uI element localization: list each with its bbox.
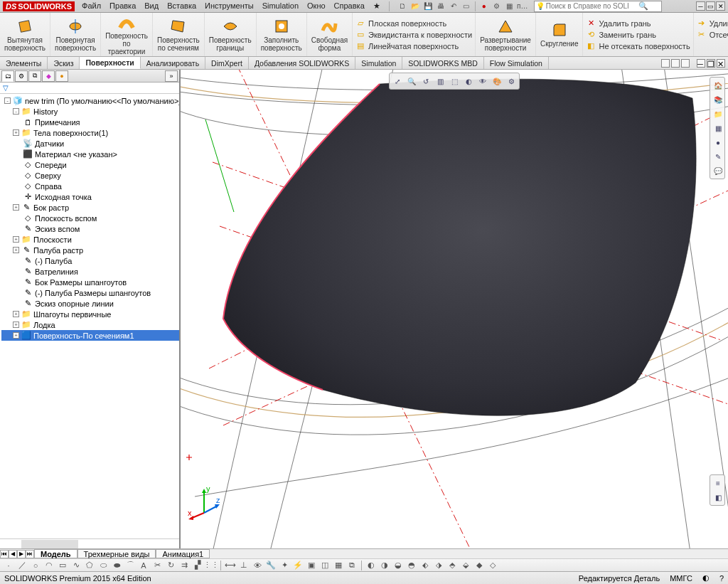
status-icon1[interactable]: ◐ bbox=[702, 573, 710, 583]
task-lower-icon[interactable]: ≡ bbox=[712, 477, 724, 489]
ribbon-fill-surface[interactable]: Заполнить поверхность bbox=[257, 13, 307, 56]
point-tool-icon[interactable]: · bbox=[3, 560, 14, 571]
line-tool-icon[interactable]: ／ bbox=[16, 560, 28, 571]
sk-more2-icon[interactable]: ◑ bbox=[379, 560, 390, 571]
prev-view-icon[interactable]: ↺ bbox=[419, 75, 432, 87]
tab-scroll-prev[interactable]: ◀ bbox=[9, 550, 17, 558]
fillet-tool-icon[interactable]: ⌒ bbox=[124, 560, 136, 571]
sk-more6-icon[interactable]: ⬗ bbox=[433, 560, 444, 571]
tree-item[interactable]: +🟦Поверхность-По сечениям1 bbox=[1, 330, 179, 341]
expand-toggle[interactable]: - bbox=[13, 108, 19, 115]
sk-more1-icon[interactable]: ◐ bbox=[365, 560, 377, 571]
ribbon-revolved-surface[interactable]: Повернутая поверхность bbox=[50, 13, 101, 56]
view-palette-icon[interactable]: ▦ bbox=[712, 122, 724, 134]
tree-item[interactable]: ✎Бок Размеры шпангоутов bbox=[1, 277, 179, 287]
section-view-icon[interactable]: ▥ bbox=[434, 75, 446, 87]
menu-tools[interactable]: Инструменты bbox=[200, 0, 258, 12]
spline-tool-icon[interactable]: ∿ bbox=[70, 560, 82, 571]
tab-scroll-next[interactable]: ▶ bbox=[17, 550, 26, 558]
ribbon-extend-surface[interactable]: ➔Удлинить поверхность bbox=[697, 18, 728, 28]
rect-tool-icon[interactable]: ▭ bbox=[57, 560, 68, 571]
display-tab[interactable]: ● bbox=[55, 70, 68, 82]
tree-item[interactable]: ◇Сверху bbox=[1, 170, 179, 181]
sk-more10-icon[interactable]: ◇ bbox=[487, 560, 498, 571]
close-button[interactable]: ✕ bbox=[716, 1, 725, 11]
resources-icon[interactable]: 🏠 bbox=[712, 79, 724, 92]
select-icon[interactable]: ▭ bbox=[461, 1, 472, 12]
sk-more4-icon[interactable]: ◓ bbox=[406, 560, 417, 571]
ribbon-swept-surface[interactable]: Поверхность по траектории bbox=[101, 13, 153, 56]
dim-tool-icon[interactable]: ⟷ bbox=[225, 560, 236, 571]
sk-more3-icon[interactable]: ◒ bbox=[392, 560, 404, 571]
tree-item[interactable]: -📁History bbox=[1, 106, 179, 117]
expand-toggle[interactable]: + bbox=[13, 311, 19, 317]
help-search[interactable]: 💡 🔍 bbox=[534, 1, 662, 12]
tree-item[interactable]: ✎Эскиз опорные линии bbox=[1, 298, 179, 309]
ellipse-tool-icon[interactable]: ⬭ bbox=[97, 560, 109, 571]
view-orient-icon[interactable]: ⬚ bbox=[448, 75, 461, 87]
repair-tool-icon[interactable]: 🔧 bbox=[265, 560, 277, 571]
feature-tree[interactable]: - 🧊 new trim (По умолчанию<<По умолчанию… bbox=[0, 94, 179, 538]
slot-tool-icon[interactable]: ⬬ bbox=[111, 560, 122, 571]
tree-item[interactable]: ◇Справа bbox=[1, 181, 179, 191]
tree-item[interactable]: ✎(-) Палуба Размеры шпангоутов bbox=[1, 287, 179, 298]
offset-tool-icon[interactable]: ⇉ bbox=[178, 560, 190, 571]
mirror-tool-icon[interactable]: ▞ bbox=[192, 560, 203, 571]
design-lib-icon[interactable]: 📚 bbox=[712, 93, 724, 106]
rebuild-icon[interactable]: ● bbox=[478, 1, 490, 12]
doc-min-icon[interactable] bbox=[661, 59, 670, 68]
status-icon2[interactable]: ? bbox=[719, 574, 724, 583]
tab-scroll-first[interactable]: ⏮ bbox=[0, 550, 9, 558]
child-restore-icon[interactable]: ❐ bbox=[707, 59, 715, 68]
child-min-icon[interactable]: ─ bbox=[697, 59, 705, 68]
tree-root[interactable]: - 🧊 new trim (По умолчанию<<По умолчанию… bbox=[1, 95, 179, 106]
file-explorer-icon[interactable]: 📁 bbox=[712, 107, 724, 120]
property-tab[interactable]: ⚙ bbox=[15, 70, 28, 82]
save-icon[interactable]: 💾 bbox=[422, 1, 434, 12]
orientation-triad[interactable]: y x z bbox=[186, 484, 222, 520]
ribbon-freeform[interactable]: Свободная форма bbox=[307, 13, 353, 56]
sk-extra3-icon[interactable]: ▦ bbox=[333, 560, 344, 571]
doc-max-icon[interactable] bbox=[671, 59, 680, 68]
menu-pin[interactable]: ★ bbox=[369, 0, 385, 12]
sk-extra1-icon[interactable]: ▣ bbox=[306, 560, 317, 571]
menu-help[interactable]: Справка bbox=[330, 0, 369, 12]
config-tab[interactable]: ⧉ bbox=[28, 70, 41, 82]
tree-item[interactable]: 📡Датчики bbox=[1, 138, 179, 149]
tree-item[interactable]: ◇Спереди bbox=[1, 159, 179, 170]
expand-toggle[interactable]: + bbox=[13, 332, 19, 339]
view-settings-icon[interactable]: ⚙ bbox=[505, 75, 518, 87]
menu-simulation[interactable]: Simulation bbox=[258, 0, 303, 12]
graphics-viewport[interactable]: ⤢ 🔍 ↺ ▥ ⬚ ◐ 👁 🎨 ⚙ 🏠 📚 📁 ▦ ● ✎ 💬 ≡ ◧ bbox=[181, 70, 728, 548]
minimize-button[interactable]: ─ bbox=[696, 1, 705, 11]
tab-simulation[interactable]: Simulation bbox=[355, 57, 402, 69]
tab-evaluate[interactable]: Анализировать bbox=[141, 57, 205, 69]
appearance-scene-icon[interactable]: 🎨 bbox=[491, 75, 503, 87]
search-icon[interactable]: 🔍 bbox=[638, 1, 648, 11]
doc-close-icon[interactable] bbox=[681, 59, 690, 68]
rapid-sketch-icon[interactable]: ⚡ bbox=[292, 560, 304, 571]
zoom-fit-icon[interactable]: ⤢ bbox=[391, 75, 404, 87]
status-units[interactable]: ММГС bbox=[670, 574, 692, 583]
sk-extra2-icon[interactable]: ◫ bbox=[319, 560, 331, 571]
tree-item[interactable]: +✎Палуба растр bbox=[1, 245, 179, 255]
tab-3d-views[interactable]: Трехмерные виды bbox=[77, 549, 156, 558]
tree-item[interactable]: +📁Тела поверхности(1) bbox=[1, 127, 179, 138]
polygon-tool-icon[interactable]: ⬠ bbox=[84, 560, 95, 571]
ribbon-delete-face[interactable]: ✕Удалить грань bbox=[586, 18, 690, 28]
tree-item[interactable]: ✎Ватрелиния bbox=[1, 266, 179, 277]
tree-item[interactable]: +📁Лодка bbox=[1, 319, 179, 330]
print-icon[interactable]: 🖶 bbox=[435, 1, 446, 12]
ribbon-boundary-surface[interactable]: Поверхность границы bbox=[205, 13, 257, 56]
menu-insert[interactable]: Вставка bbox=[163, 0, 200, 12]
tree-item[interactable]: ✛Исходная точка bbox=[1, 191, 179, 202]
tree-item[interactable]: +📁Шпагоуты первичные bbox=[1, 309, 179, 319]
tab-dimxpert[interactable]: DimXpert bbox=[205, 57, 249, 69]
maximize-button[interactable]: ▭ bbox=[706, 1, 715, 11]
tree-item[interactable]: 🗒Примечания bbox=[1, 117, 179, 127]
panel-expand-icon[interactable]: » bbox=[165, 70, 178, 82]
tree-scrollbar[interactable] bbox=[21, 540, 78, 548]
ribbon-unfold-surface[interactable]: Развертывание поверхности bbox=[476, 13, 536, 56]
circle-tool-icon[interactable]: ○ bbox=[30, 560, 41, 571]
tree-item[interactable]: +✎Бок растр bbox=[1, 202, 179, 213]
